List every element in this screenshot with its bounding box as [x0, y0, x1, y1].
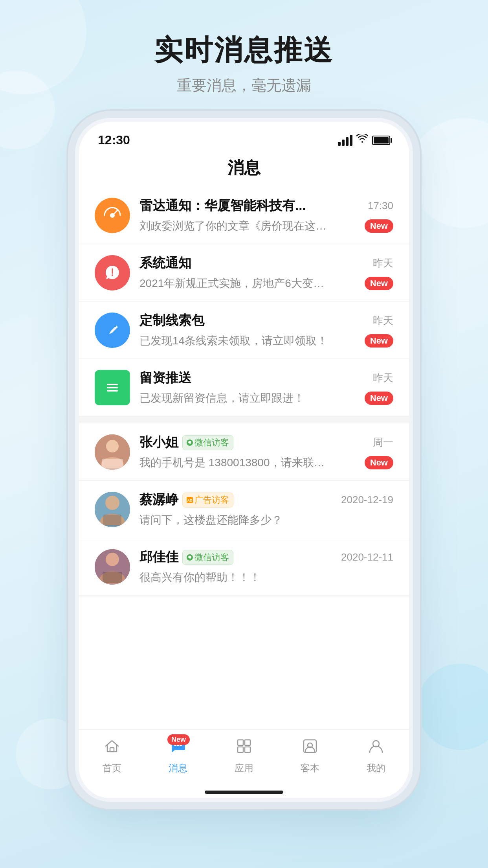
svg-rect-5 [107, 390, 118, 392]
msg-time: 周一 [373, 436, 393, 449]
svg-point-11 [105, 496, 119, 510]
apps-icon [235, 737, 253, 759]
new-badge: New [365, 277, 393, 290]
msg-content-qiu: 邱佳佳 微信访客 2020-12-11 很高兴有你的帮助！！！ [139, 548, 393, 585]
nav-label-clients: 客本 [301, 762, 319, 774]
msg-content-cai: 蔡潺峥 AD 广告访客 2020-12-19 请问下，这楼盘还能降多少？ [139, 491, 393, 528]
clients-icon [301, 737, 319, 759]
wifi-icon [356, 134, 368, 146]
list-item[interactable]: 定制线索包 昨天 已发现14条线索未领取，请立即领取！ New [79, 302, 409, 359]
msg-content-radar: 雷达通知：华厦智能科技有... 17:30 刘政委浏览了你的文章《房价现在这个.… [139, 197, 393, 234]
svg-rect-4 [107, 387, 118, 388]
visitor-tag-ad: AD 广告访客 [182, 493, 233, 508]
list-item[interactable]: 雷达通知：华厦智能科技有... 17:30 刘政委浏览了你的文章《房价现在这个.… [79, 187, 409, 244]
phone-screen: 12:30 [79, 122, 409, 798]
msg-content-zhang: 张小姐 微信访客 周一 我的手机号是 1380013800，请来联系我 New [139, 434, 393, 470]
msg-preview: 2021年新规正式实施，房地产6大变化... [139, 276, 328, 291]
svg-rect-19 [110, 748, 114, 752]
messages-badge: New [167, 734, 190, 745]
list-item[interactable]: 张小姐 微信访客 周一 我的手机号是 1380013800，请来联系我 New [79, 423, 409, 481]
status-bar: 12:30 [79, 122, 409, 147]
nav-label-apps: 应用 [235, 762, 253, 774]
nav-item-messages[interactable]: New 消息 [169, 737, 187, 774]
msg-content-leads: 留资推送 昨天 已发现新留资信息，请立即跟进！ New [139, 369, 393, 406]
battery-icon [372, 136, 390, 145]
phone-frame: 12:30 [75, 118, 413, 802]
top-section: 实时消息推送 重要消息，毫无遗漏 [0, 31, 488, 96]
avatar-qiu [95, 549, 130, 585]
new-badge: New [365, 456, 393, 469]
svg-rect-3 [107, 384, 118, 385]
message-list: 雷达通知：华厦智能科技有... 17:30 刘政委浏览了你的文章《房价现在这个.… [79, 187, 409, 729]
msg-preview: 刘政委浏览了你的文章《房价现在这个... [139, 219, 328, 234]
list-item[interactable]: 蔡潺峥 AD 广告访客 2020-12-19 请问下，这楼盘还能降多少？ [79, 481, 409, 538]
home-indicator [79, 786, 409, 798]
avatar-leads [95, 370, 130, 405]
msg-preview: 已发现新留资信息，请立即跟进！ [139, 391, 305, 406]
msg-preview: 已发现14条线索未领取，请立即领取！ [139, 333, 328, 348]
page-subheadline: 重要消息，毫无遗漏 [0, 75, 488, 96]
new-badge: New [365, 334, 393, 348]
page-headline: 实时消息推送 [0, 31, 488, 69]
list-item[interactable]: 留资推送 昨天 已发现新留资信息，请立即跟进！ New [79, 359, 409, 416]
svg-text:AD: AD [187, 498, 193, 502]
mine-icon [367, 737, 385, 759]
home-icon [103, 737, 121, 759]
page-title: 消息 [79, 147, 409, 187]
svg-point-7 [106, 440, 119, 452]
msg-preview: 请问下，这楼盘还能降多少？ [139, 513, 283, 528]
avatar-radar [95, 198, 130, 233]
visitor-tag-wechat: 微信访客 [182, 435, 233, 450]
msg-name: 留资推送 [139, 369, 191, 387]
nav-label-messages: 消息 [169, 762, 187, 774]
svg-rect-8 [102, 459, 123, 470]
visitor-tag-wechat: 微信访客 [182, 550, 233, 565]
svg-rect-24 [245, 740, 250, 745]
avatar-zhang [95, 434, 130, 470]
signal-icon [338, 135, 352, 146]
msg-name: 蔡潺峥 [139, 491, 178, 509]
bg-decoration-5 [417, 664, 488, 750]
list-item[interactable]: 系统通知 昨天 2021年新规正式实施，房地产6大变化... New [79, 244, 409, 302]
status-icons [338, 134, 390, 146]
msg-content-custom: 定制线索包 昨天 已发现14条线索未领取，请立即领取！ New [139, 312, 393, 348]
new-badge: New [365, 219, 393, 233]
svg-rect-25 [238, 747, 243, 752]
msg-time: 昨天 [373, 314, 393, 327]
status-time: 12:30 [98, 133, 130, 147]
msg-preview: 很高兴有你的帮助！！！ [139, 570, 261, 585]
nav-item-clients[interactable]: 客本 [301, 737, 319, 774]
nav-item-home[interactable]: 首页 [103, 737, 121, 774]
svg-rect-23 [238, 740, 243, 745]
messages-icon: New [169, 737, 187, 759]
nav-item-mine[interactable]: 我的 [367, 737, 385, 774]
msg-time: 2020-12-11 [341, 551, 393, 563]
avatar-system [95, 255, 130, 291]
bottom-nav: 首页 New 消息 [79, 729, 409, 786]
new-badge: New [365, 392, 393, 405]
msg-name: 定制线索包 [139, 312, 204, 329]
nav-label-mine: 我的 [367, 762, 385, 774]
avatar-custom [95, 313, 130, 348]
section-divider [79, 416, 409, 423]
msg-time: 昨天 [373, 256, 393, 270]
msg-name: 张小姐 [139, 434, 178, 451]
msg-name: 系统通知 [139, 254, 191, 272]
home-indicator-bar [205, 791, 283, 794]
svg-rect-12 [103, 515, 121, 526]
msg-preview: 我的手机号是 1380013800，请来联系我 [139, 455, 328, 470]
svg-rect-26 [245, 747, 250, 752]
avatar-cai [95, 492, 130, 527]
msg-time: 昨天 [373, 371, 393, 385]
msg-time: 2020-12-19 [341, 494, 393, 506]
nav-item-apps[interactable]: 应用 [235, 737, 253, 774]
list-item[interactable]: 邱佳佳 微信访客 2020-12-11 很高兴有你的帮助！！！ [79, 538, 409, 596]
svg-line-1 [112, 210, 118, 215]
msg-name: 邱佳佳 [139, 548, 178, 566]
msg-content-system: 系统通知 昨天 2021年新规正式实施，房地产6大变化... New [139, 254, 393, 291]
nav-label-home: 首页 [103, 762, 121, 774]
svg-point-2 [112, 274, 113, 276]
svg-point-16 [106, 553, 119, 566]
svg-rect-17 [103, 572, 122, 583]
msg-time: 17:30 [368, 200, 393, 212]
